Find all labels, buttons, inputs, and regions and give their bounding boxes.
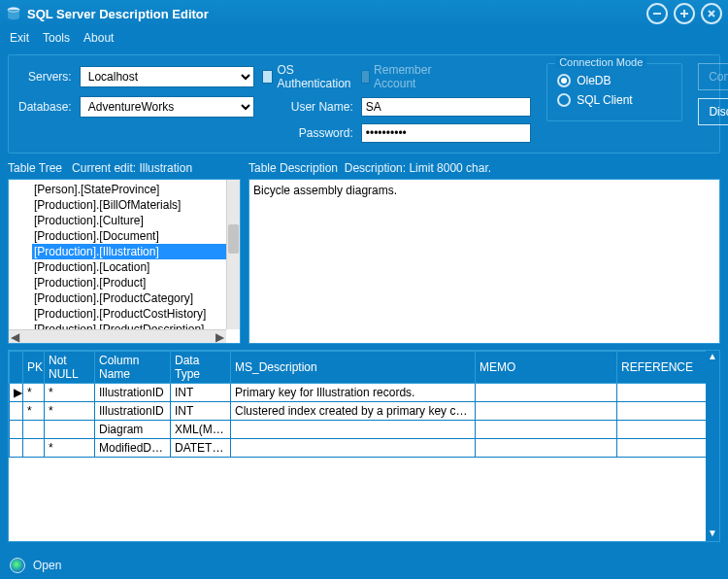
columns-grid[interactable]: PKNot NULLColumn NameData TypeMS_Descrip…	[8, 350, 720, 542]
minimize-button[interactable]	[646, 3, 668, 24]
tree-item[interactable]: [Production].[Illustration]	[32, 244, 226, 259]
description-header: Table Description Description: Limit 800…	[248, 161, 720, 175]
grid-cell[interactable]	[617, 384, 719, 402]
grid-cell[interactable]	[617, 402, 719, 421]
grid-cell[interactable]	[617, 421, 719, 439]
status-bar: Open	[0, 552, 728, 579]
status-icon	[10, 558, 25, 573]
grid-header-cell[interactable]: Column Name	[95, 352, 171, 384]
tree-header: Table Tree Current edit: Illustration	[8, 161, 241, 175]
grid-header-cell[interactable]: Data Type	[171, 352, 231, 384]
user-label: User Name:	[262, 100, 353, 114]
grid-cell[interactable]	[476, 384, 617, 402]
radio-oledb[interactable]: OleDB	[557, 74, 672, 87]
grid-cell[interactable]: DATETIME	[171, 439, 231, 458]
menu-exit[interactable]: Exit	[10, 31, 29, 45]
tree-item[interactable]: [Production].[ProductDescription]	[32, 322, 226, 329]
maximize-button[interactable]	[674, 3, 695, 24]
app-title: SQL Server Description Editor	[27, 7, 209, 21]
grid-header-cell[interactable]: MS_Description	[231, 352, 476, 384]
menu-about[interactable]: About	[83, 31, 114, 45]
grid-cell[interactable]: Clustered index created by a primary key…	[231, 402, 476, 421]
grid-header-cell[interactable]: PK	[23, 352, 45, 384]
grid-cell[interactable]	[476, 421, 617, 439]
grid-cell[interactable]: *	[45, 439, 95, 458]
table-row[interactable]: DiagramXML(MAX)	[10, 421, 719, 439]
app-icon	[6, 6, 21, 21]
grid-cell[interactable]: *	[23, 402, 45, 421]
tree-item[interactable]: [Production].[Culture]	[32, 213, 226, 228]
grid-vscrollbar[interactable]: ▲▼	[706, 351, 719, 541]
grid-cell[interactable]: Diagram	[95, 421, 171, 439]
grid-cell[interactable]	[23, 421, 45, 439]
close-button[interactable]	[701, 3, 722, 24]
tree-hscrollbar[interactable]: ◀▶	[9, 329, 226, 343]
password-label: Password:	[262, 126, 353, 140]
grid-cell[interactable]: Primary key for Illustration records.	[231, 384, 476, 402]
database-label: Database:	[18, 100, 72, 114]
table-row[interactable]: *ModifiedDateDATETIME	[10, 439, 719, 458]
grid-cell[interactable]: ▶	[10, 384, 23, 402]
user-input[interactable]	[361, 97, 531, 117]
table-row[interactable]: ▶**IllustrationIDINTPrimary key for Illu…	[10, 384, 719, 402]
grid-cell[interactable]: ModifiedDate	[95, 439, 171, 458]
os-auth-checkbox[interactable]: OS Authentication	[262, 63, 353, 90]
connection-mode-group: Connection Mode OleDB SQL Client	[546, 63, 682, 121]
description-textarea[interactable]: Bicycle assembly diagrams.	[248, 179, 720, 344]
grid-cell[interactable]: *	[45, 402, 95, 421]
password-input[interactable]	[361, 123, 531, 143]
tree-vscrollbar[interactable]	[226, 180, 240, 329]
grid-cell[interactable]: INT	[171, 402, 231, 421]
grid-header-cell[interactable]	[10, 352, 23, 384]
tree-item[interactable]: [Production].[Location]	[32, 259, 226, 275]
servers-label: Servers:	[18, 70, 72, 84]
grid-cell[interactable]: XML(MAX)	[171, 421, 231, 439]
database-select[interactable]: AdventureWorks	[80, 96, 254, 118]
tree-item[interactable]: [Production].[ProductCostHistory]	[32, 306, 226, 322]
grid-cell[interactable]	[10, 421, 23, 439]
grid-cell[interactable]: INT	[171, 384, 231, 402]
titlebar: SQL Server Description Editor	[0, 0, 728, 27]
connection-panel: Servers: Localhost OS Authentication Rem…	[8, 54, 720, 153]
menu-tools[interactable]: Tools	[43, 31, 70, 45]
grid-cell[interactable]	[45, 421, 95, 439]
table-row[interactable]: **IllustrationIDINTClustered index creat…	[10, 402, 719, 421]
grid-cell[interactable]	[23, 439, 45, 458]
table-tree[interactable]: [Person].[StateProvince][Production].[Bi…	[8, 179, 241, 344]
grid-cell[interactable]: *	[23, 384, 45, 402]
tree-item[interactable]: [Production].[BillOfMaterials]	[32, 197, 226, 213]
connection-button: Connection	[698, 63, 728, 90]
grid-cell[interactable]	[617, 439, 719, 458]
grid-cell[interactable]: *	[45, 384, 95, 402]
grid-cell[interactable]	[231, 439, 476, 458]
grid-header-cell[interactable]: MEMO	[476, 352, 617, 384]
grid-cell[interactable]: IllustrationID	[95, 402, 171, 421]
radio-sqlclient[interactable]: SQL Client	[557, 93, 672, 107]
servers-select[interactable]: Localhost	[80, 66, 254, 87]
disconnect-button[interactable]: Disconnect	[698, 98, 728, 125]
grid-cell[interactable]	[10, 439, 23, 458]
grid-cell[interactable]	[476, 439, 617, 458]
grid-header-cell[interactable]: Not NULL	[45, 352, 95, 384]
connection-mode-legend: Connection Mode	[555, 56, 646, 68]
menubar: Exit Tools About	[0, 27, 728, 49]
grid-cell[interactable]	[231, 421, 476, 439]
grid-header-cell[interactable]: REFERENCE	[617, 352, 719, 384]
tree-item[interactable]: [Production].[Product]	[32, 275, 226, 290]
grid-cell[interactable]	[476, 402, 617, 421]
grid-cell[interactable]: IllustrationID	[95, 384, 171, 402]
tree-item[interactable]: [Production].[ProductCategory]	[32, 290, 226, 306]
grid-cell[interactable]	[10, 402, 23, 421]
status-text: Open	[33, 559, 61, 572]
tree-item[interactable]: [Person].[StateProvince]	[32, 182, 226, 197]
tree-item[interactable]: [Production].[Document]	[32, 228, 226, 244]
remember-checkbox: Remember Account	[361, 63, 436, 90]
